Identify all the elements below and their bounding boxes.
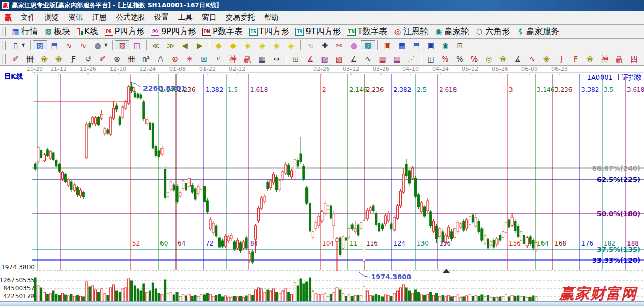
date-tick-label: 11-12	[50, 66, 67, 72]
period-label: 日K线	[4, 72, 23, 80]
date-tick-label: 05-26	[492, 66, 508, 72]
candlestick-chart[interactable]: 10-2911-1211-2612-1012-2401-0801-2202-12…	[0, 0, 644, 306]
svg-text:130: 130	[417, 240, 429, 247]
high-annotation: 2260.8701	[143, 84, 186, 93]
svg-text:2.236: 2.236	[366, 86, 384, 94]
date-tick-label: 03-26	[373, 66, 389, 72]
svg-text:33.33%(120): 33.33%(120)	[592, 256, 640, 264]
retracement-labels: 66.67%(240)62.5%(225)50.0%(180)37.5%(135…	[592, 164, 640, 264]
svg-text:3.382: 3.382	[581, 86, 599, 94]
date-tick-label: 02-12	[229, 66, 245, 72]
gann-line-labels: 1521.146601.236641.382721.51.6188421042.…	[132, 86, 644, 247]
low-annotation-pointer	[358, 272, 370, 277]
svg-text:2: 2	[322, 86, 326, 94]
svg-text:62.5%(225): 62.5%(225)	[597, 176, 640, 183]
status-bar	[0, 301, 644, 306]
date-axis: 10-2911-1211-2612-1012-2401-0801-2202-12…	[26, 66, 644, 75]
volume-bars	[34, 278, 537, 301]
date-tick-label: 01-22	[199, 66, 216, 72]
svg-text:168: 168	[554, 240, 566, 247]
svg-text:37.5%(135): 37.5%(135)	[597, 246, 640, 253]
date-tick-label: 10-29	[26, 66, 43, 72]
svg-text:124: 124	[393, 240, 405, 247]
svg-text:1: 1	[132, 86, 136, 94]
svg-text:84: 84	[250, 240, 258, 247]
date-tick-label: 06-09	[521, 66, 538, 72]
date-tick-label: 05-12	[462, 66, 478, 72]
svg-text:52: 52	[132, 240, 140, 247]
date-tick-label: 06-23	[551, 66, 568, 72]
date-tick-label: 02-26	[313, 66, 330, 72]
triangle-marker	[443, 269, 450, 273]
svg-text:2.146: 2.146	[349, 86, 367, 94]
left-scale-labels: 1974.38001267505358450035742250178	[0, 264, 35, 300]
svg-text:2.618: 2.618	[439, 86, 457, 94]
date-tick-label: 04-24	[432, 66, 449, 72]
svg-text:64: 64	[178, 240, 185, 247]
svg-text:84500357: 84500357	[3, 285, 35, 292]
svg-text:164: 164	[537, 240, 549, 247]
svg-text:3.146: 3.146	[537, 86, 554, 94]
date-tick-label: 01-08	[169, 66, 186, 72]
svg-text:1.5: 1.5	[228, 86, 238, 94]
svg-text:2.382: 2.382	[393, 86, 411, 94]
svg-text:2.5: 2.5	[417, 86, 427, 94]
svg-text:126750535: 126750535	[0, 277, 35, 284]
svg-text:3.236: 3.236	[554, 86, 572, 94]
svg-text:3.5: 3.5	[604, 86, 613, 94]
svg-text:136: 136	[439, 240, 451, 247]
date-tick-label: 12-10	[110, 66, 126, 72]
svg-text:50.0%(180): 50.0%(180)	[597, 210, 640, 218]
svg-text:176: 176	[581, 240, 593, 247]
svg-text:104: 104	[322, 240, 334, 247]
svg-text:1.618: 1.618	[250, 86, 268, 94]
svg-text:1.382: 1.382	[206, 86, 223, 94]
date-tick-label: 12-24	[139, 66, 156, 72]
low-annotation: 1974.3800	[371, 273, 411, 281]
svg-text:42250178: 42250178	[3, 293, 35, 300]
symbol-label: 1A0001 上证指数	[587, 73, 642, 81]
svg-text:66.67%(240): 66.67%(240)	[592, 164, 640, 172]
date-tick-label: 11-26	[80, 66, 96, 72]
svg-text:156: 156	[509, 240, 521, 247]
svg-text:72: 72	[206, 240, 213, 247]
svg-text:3.618: 3.618	[627, 86, 644, 94]
svg-text:1974.3800: 1974.3800	[1, 264, 35, 271]
date-tick-label: 03-12	[343, 66, 359, 72]
svg-text:11: 11	[349, 240, 357, 247]
date-tick-label: 04-10	[402, 66, 419, 72]
candles	[34, 82, 537, 271]
svg-text:3: 3	[509, 86, 513, 94]
svg-text:116: 116	[366, 240, 378, 247]
svg-text:60: 60	[160, 240, 168, 247]
retracement-lines	[32, 168, 644, 270]
